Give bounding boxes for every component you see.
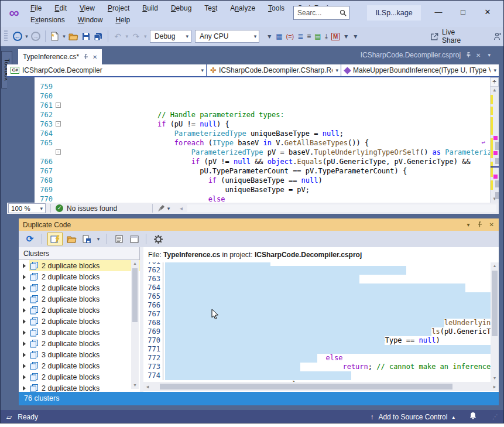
add-lines-icon[interactable]: ≣ <box>297 32 303 40</box>
editor-vertical-scrollbar[interactable]: ▲ ▼ <box>490 87 499 203</box>
preview-code[interactable]: 761 762 // Handle parameterized types: <box>143 262 499 382</box>
cluster-item-body[interactable]: 2 duplicate blocks <box>29 360 140 371</box>
redo-dropdown[interactable]: ▾ <box>142 33 148 39</box>
tab-list-chevron-icon[interactable]: ▾ <box>488 52 491 58</box>
fold-margin[interactable] <box>53 176 64 185</box>
clusters-scrollbar[interactable]: ▴ ▾ <box>131 260 139 389</box>
fold-margin[interactable]: - <box>53 148 64 157</box>
fold-toggle-icon[interactable]: - <box>56 121 61 127</box>
expander-icon[interactable] <box>19 353 29 357</box>
fold-toggle-icon[interactable]: - <box>56 103 61 108</box>
menu-item[interactable]: Window <box>71 15 109 25</box>
navigate-back-dropdown[interactable]: ▾ <box>24 33 30 39</box>
scrollbar-thumb[interactable] <box>132 268 138 322</box>
open-folder-button[interactable] <box>67 30 79 43</box>
resize-grip[interactable]: ⋰ <box>492 414 499 420</box>
expander-icon[interactable] <box>19 386 29 391</box>
cleanup-dropdown[interactable]: ▾ <box>166 206 172 211</box>
code-line[interactable]: 770 } <box>35 194 490 203</box>
preview-code-line[interactable]: 763 if (pU != null) { <box>143 275 499 283</box>
preview-code-line[interactable]: 765 foreach (IType baseV in V.GetAllBase… <box>143 292 499 301</box>
scroll-up-icon[interactable]: ▴ <box>131 260 139 267</box>
menu-item[interactable]: View <box>73 3 101 13</box>
nav-project-dropdown[interactable]: C# ICSharpCode.Decompiler ▾ <box>7 64 207 76</box>
cluster-item[interactable]: 2 duplicate blocks <box>19 360 140 371</box>
menu-item[interactable]: Analyze <box>224 3 262 13</box>
cluster-item[interactable]: 2 duplicate blocks <box>19 305 140 316</box>
expander-icon[interactable] <box>19 330 29 335</box>
toolbar-overflow-icon[interactable]: ▾ <box>343 32 349 40</box>
fold-margin[interactable] <box>53 110 64 119</box>
save-button[interactable] <box>80 30 92 43</box>
scroll-right-icon[interactable]: ▸ <box>491 383 499 390</box>
undo-button[interactable]: ↶ <box>112 30 124 43</box>
nav-type-dropdown[interactable]: ✣ ICSharpCode.Decompiler.CSharp.Resolver… <box>207 64 341 76</box>
chevron-up-icon[interactable]: ▴ <box>452 414 455 420</box>
expander-icon[interactable] <box>19 264 29 268</box>
active-document-tab[interactable]: TypeInference.cs* ✕ <box>18 49 102 64</box>
save-report-button[interactable] <box>80 233 93 245</box>
cluster-item-body[interactable]: 2 duplicate blocks <box>29 282 140 293</box>
cluster-item[interactable]: 2 duplicate blocks <box>19 271 140 282</box>
code-line[interactable]: 769 return; // cannot make an inference … <box>35 185 490 194</box>
fold-margin[interactable] <box>53 129 64 138</box>
navigate-back-button[interactable]: ← <box>12 30 23 43</box>
code-cleanup-broom-icon[interactable] <box>157 204 166 212</box>
expander-icon[interactable] <box>19 341 29 346</box>
grid-icon[interactable]: ▦ <box>276 32 282 40</box>
notifications-bell-icon[interactable] <box>469 412 477 422</box>
close-icon[interactable]: ✕ <box>92 54 97 60</box>
save-all-button[interactable] <box>93 30 105 43</box>
markdown-icon[interactable]: M <box>331 33 340 40</box>
window-position-chevron-icon[interactable]: ▾ <box>467 221 470 228</box>
expander-icon[interactable] <box>19 297 29 302</box>
fold-margin[interactable] <box>53 91 64 101</box>
cluster-item-body[interactable]: 2 duplicate blocks <box>29 271 140 282</box>
scroll-left-icon[interactable]: ◂ <box>143 383 152 390</box>
cluster-item-body[interactable]: 2 duplicate blocks <box>29 371 140 382</box>
preview-code-line[interactable]: 774 Log.Indent(); <box>143 371 499 380</box>
nav-member-dropdown[interactable]: MakeUpperBoundInference(IType U, IType V… <box>341 64 499 76</box>
code-cleanup-icon[interactable]: (=) <box>286 33 294 40</box>
refresh-button[interactable]: ⟳ <box>23 233 36 245</box>
preview-code-line[interactable]: 770 else <box>143 336 499 345</box>
pin-icon[interactable] <box>83 54 88 60</box>
settings-gear-icon[interactable] <box>152 233 164 245</box>
scroll-left-icon[interactable]: ◂ <box>180 205 183 211</box>
code-line[interactable]: 768 else <box>35 176 490 185</box>
undo-dropdown[interactable]: ▾ <box>124 33 130 39</box>
import-icon[interactable]: ⤓ <box>325 32 328 40</box>
expander-icon[interactable] <box>19 308 29 313</box>
cluster-item[interactable]: 3 duplicate blocks <box>19 327 140 338</box>
menu-item[interactable]: Extensions <box>24 15 71 25</box>
navigate-forward-button[interactable]: → <box>30 30 42 43</box>
cluster-item-body[interactable]: 2 duplicate blocks <box>29 260 140 271</box>
cluster-item[interactable]: 2 duplicate blocks <box>19 282 140 293</box>
preview-horizontal-scrollbar[interactable]: ◂ ▸ <box>143 382 499 391</box>
feedback-button[interactable] <box>491 30 503 43</box>
menu-item[interactable]: Project <box>101 3 136 13</box>
new-file-dropdown[interactable]: ▾ <box>61 33 67 39</box>
expander-icon[interactable] <box>19 319 29 324</box>
clusters-column-header[interactable]: Clusters <box>19 247 140 260</box>
close-icon[interactable]: ✕ <box>476 52 481 59</box>
cluster-item[interactable]: 3 duplicate blocks <box>19 349 140 360</box>
code-line[interactable]: 763 - foreach (IType baseV in V.GetAllBa… <box>35 119 490 129</box>
menu-item[interactable]: Test <box>198 3 224 13</box>
menu-item[interactable]: Debug <box>164 3 198 13</box>
cluster-item-body[interactable]: 3 duplicate blocks <box>29 349 140 360</box>
scroll-up-icon[interactable]: ▴ <box>491 262 499 269</box>
cluster-item[interactable]: 2 duplicate blocks <box>19 293 140 305</box>
code-line[interactable]: 766 if (uniqueBaseType == null) <box>35 157 490 166</box>
preview-vertical-scrollbar[interactable]: ▴ ▾ <box>491 262 499 382</box>
fold-margin[interactable] <box>53 138 64 148</box>
cluster-item-body[interactable]: 2 duplicate blocks <box>29 293 140 305</box>
zoom-level-combo[interactable]: 100 % ▾ <box>8 203 46 213</box>
expander-icon[interactable] <box>19 286 29 291</box>
green-list-icon[interactable]: ▤ <box>314 32 321 40</box>
indent-lines-icon[interactable]: ≡ <box>307 32 311 40</box>
code-line[interactable]: 759 <box>35 82 490 91</box>
preview-code-line[interactable]: 767 if (pV != null && object.Equals(pU.G… <box>143 310 499 319</box>
scroll-down-icon[interactable]: ▾ <box>131 382 139 389</box>
minimize-button[interactable]: — <box>426 4 451 21</box>
